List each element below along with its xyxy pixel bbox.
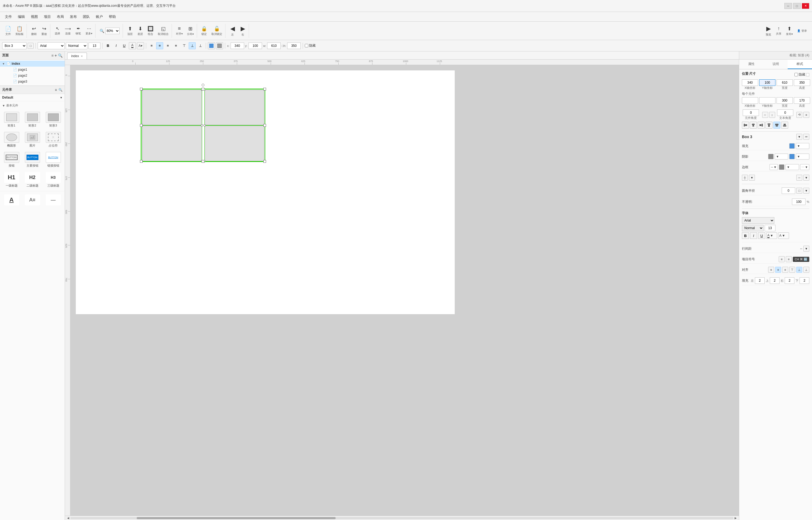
widget-item-h1[interactable]: H1 一级标题 [2, 171, 21, 189]
widget-item-primary-button[interactable]: BUTTON 主要按钮 [23, 151, 42, 169]
close-button[interactable]: ✕ [802, 3, 809, 9]
widget-item-rect3[interactable]: 矩形3 [44, 111, 62, 129]
menu-team[interactable]: 团队 [80, 13, 92, 20]
align-btn-2[interactable] [750, 122, 757, 129]
text-valign-top[interactable]: ⊤ [789, 267, 795, 273]
hidden-checkbox-label[interactable]: 隐藏 [305, 43, 316, 48]
text-color-button[interactable]: A [129, 42, 136, 49]
x-input[interactable] [231, 43, 244, 49]
toolbar-lock-btn[interactable]: 🔒 锁定 [199, 25, 209, 37]
bold-button[interactable]: B [105, 42, 112, 49]
align-left-button[interactable]: ≡ [148, 42, 155, 49]
toolbar-clipboard-btn[interactable]: 📋 剪贴板 [13, 25, 25, 37]
widget-selector[interactable]: Box 3 [2, 42, 27, 49]
menu-edit[interactable]: 编辑 [15, 13, 28, 20]
widget-item-h2[interactable]: H2 二级标题 [23, 171, 42, 189]
text-valign-bot[interactable]: ⊥ [803, 267, 809, 273]
border-dotted-btn[interactable]: ⋯▼ [800, 164, 809, 170]
valign-top-button[interactable]: ⊤ [180, 42, 188, 49]
text-align-center[interactable]: ≡ [775, 267, 781, 273]
minimize-button[interactable]: ─ [784, 3, 792, 9]
shadow-fill-dropdown[interactable]: ▼ [796, 154, 809, 159]
border-corner-btn1[interactable]: ┼ [742, 175, 748, 181]
toolbar-align-btn[interactable]: ≡ 对齐▾ [174, 25, 185, 37]
x-prop-input[interactable] [742, 79, 758, 86]
fill-dropdown[interactable]: ▼ [796, 143, 809, 149]
toolbar-ungroup-btn[interactable]: ◱ 取消组合 [156, 25, 170, 37]
rotate-handle-top[interactable] [202, 84, 204, 86]
menu-layout[interactable]: 布局 [54, 13, 66, 20]
w-input[interactable] [267, 43, 281, 49]
text-valign-mid[interactable]: ⊥ [796, 267, 802, 273]
align-btn-6[interactable] [781, 122, 788, 129]
tab-style[interactable]: 样式 [788, 59, 812, 69]
resize-handle-bc[interactable] [202, 160, 204, 163]
corner-type-btn1[interactable]: □ [796, 188, 802, 193]
align-btn-4[interactable] [765, 122, 773, 129]
widget-section-basic-title[interactable]: ▼ 基本元件 [0, 102, 65, 109]
page-tree-item-page3[interactable]: 📄 page3 [6, 79, 65, 84]
toolbar-group-btn[interactable]: 🔲 组合 [146, 25, 156, 37]
fill-color-button[interactable] [208, 42, 215, 49]
widget-item-image[interactable]: 图片 [23, 131, 42, 149]
y-prop-input[interactable] [759, 79, 776, 86]
corner-input[interactable] [782, 187, 795, 194]
text-highlight-button[interactable]: A▾ [137, 42, 144, 49]
shadow-dropdown[interactable]: ▼ [775, 154, 788, 159]
menu-project[interactable]: 项目 [41, 13, 54, 20]
resize-handle-tc[interactable] [202, 88, 204, 90]
canvas-box-2[interactable] [205, 90, 264, 125]
text-align-left[interactable]: ≡ [768, 267, 774, 273]
padding-left-input[interactable] [755, 277, 765, 284]
h-prop-input[interactable] [794, 79, 810, 86]
padding-top-input[interactable] [770, 277, 780, 284]
per-y-input[interactable] [759, 97, 776, 104]
font-family-prop-select[interactable]: Arial [742, 217, 774, 224]
valign-mid-button[interactable]: ⊥ [189, 42, 196, 49]
toolbar-redo-btn[interactable]: ↪ 重做 [39, 25, 49, 37]
font-family-select[interactable]: Arial [38, 42, 65, 49]
toolbar-preview-btn[interactable]: ▶ 预览 [763, 25, 773, 37]
widget-search-icon[interactable]: 🔍 [58, 88, 62, 92]
per-w-input[interactable] [777, 97, 793, 104]
menu-account[interactable]: 账户 [93, 13, 106, 20]
y-input[interactable] [249, 43, 262, 49]
pages-add-icon[interactable]: + [55, 53, 57, 58]
border-right-btn2[interactable]: ▼ [803, 175, 809, 181]
align-btn-3[interactable] [758, 122, 765, 129]
menu-view[interactable]: 视图 [28, 13, 40, 20]
toolbar-pen-btn[interactable]: ✒ 钢笔 [73, 25, 83, 37]
text-angle-btn2[interactable]: ≡ [803, 112, 809, 118]
padding-right-input[interactable] [785, 277, 794, 284]
tab-index[interactable]: index ✕ [67, 53, 87, 59]
toolbar-left-btn[interactable]: ◀ 左 [228, 25, 237, 37]
widget-name-dropdown[interactable]: ▼ [796, 134, 802, 140]
canvas-scroll[interactable] [71, 65, 739, 516]
border-right-btn1[interactable]: ─ [796, 175, 802, 181]
shadow-fill-swatch[interactable] [789, 154, 795, 159]
toolbar-top-btn[interactable]: ⬆ 顶层 [125, 25, 135, 37]
font-highlight-btn[interactable]: A ▼ [778, 232, 789, 239]
toolbar-distribute-btn[interactable]: ⊞ 分布▾ [185, 25, 196, 37]
widget-name-edit-btn[interactable]: ✏ [803, 134, 809, 140]
border-color-dropdown[interactable]: ▼ [785, 164, 799, 170]
tab-close-icon[interactable]: ✕ [81, 55, 83, 58]
corner-type-btn2[interactable]: ▼ [803, 188, 809, 193]
font-style-prop-select[interactable]: Normal Bold Italic [742, 225, 763, 231]
menu-publish[interactable]: 发布 [67, 13, 80, 20]
underline-button[interactable]: U [121, 42, 128, 49]
align-justify-button[interactable]: ≡ [172, 42, 179, 49]
toolbar-more-btn[interactable]: ⋯ 更多▾ [84, 25, 94, 37]
widget-item-placeholder[interactable]: × 占位符 [44, 131, 62, 149]
canvas-box-1[interactable] [142, 90, 202, 125]
widget-item-rect1[interactable]: 矩形1 [2, 111, 21, 129]
line-height-btn[interactable]: ▼ [803, 245, 809, 252]
tab-properties[interactable]: 属性 [739, 59, 763, 69]
border-color-swatch[interactable] [779, 164, 784, 170]
angle-input[interactable] [743, 109, 759, 116]
bold-prop-btn[interactable]: B [742, 232, 749, 239]
font-size-input[interactable] [88, 43, 101, 49]
underline-prop-btn[interactable]: U [758, 232, 765, 239]
fill-color-swatch[interactable] [789, 143, 795, 149]
align-btn-5[interactable] [773, 122, 780, 129]
